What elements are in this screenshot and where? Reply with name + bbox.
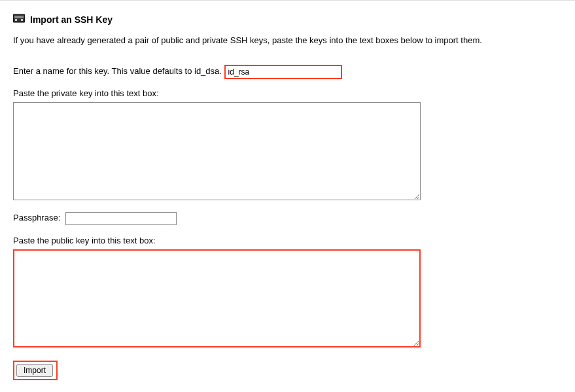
svg-rect-1 [14, 16, 24, 18]
key-name-input[interactable] [224, 65, 342, 79]
passphrase-label: Passphrase: [13, 213, 60, 223]
public-key-textarea[interactable] [13, 249, 421, 347]
public-key-label: Paste the public key into this text box: [13, 236, 562, 245]
passphrase-input[interactable] [65, 212, 177, 225]
import-button[interactable]: Import [16, 364, 53, 377]
private-key-label: Paste the private key into this text box… [13, 88, 562, 98]
key-name-label: Enter a name for this key. This value de… [13, 66, 222, 76]
cassette-key-icon [13, 12, 25, 26]
private-key-textarea[interactable] [13, 102, 421, 200]
intro-text: If you have already generated a pair of … [13, 35, 562, 45]
svg-rect-3 [21, 19, 23, 21]
page-title: Import an SSH Key [30, 14, 113, 25]
import-button-highlight: Import [13, 361, 58, 380]
svg-rect-2 [15, 19, 17, 21]
